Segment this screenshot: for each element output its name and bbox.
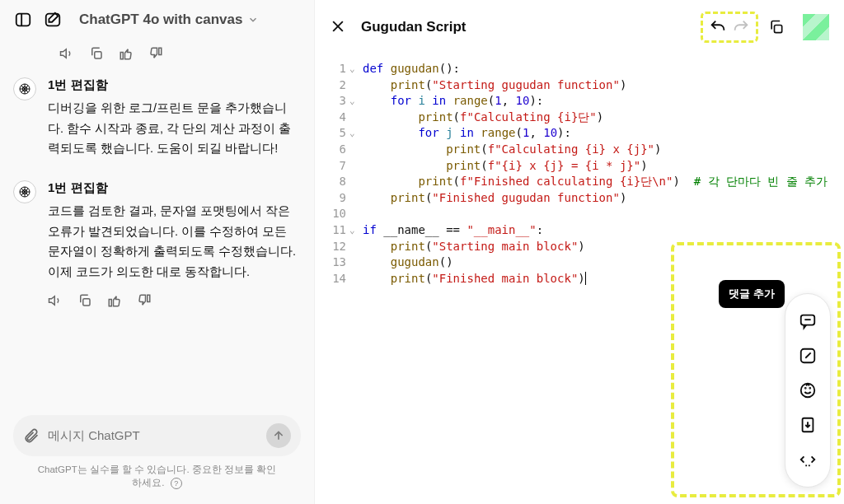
header: ChatGPT 4o with canvas — [0, 0, 314, 40]
comment-tool[interactable] — [790, 304, 825, 338]
code-line[interactable]: 10 — [325, 206, 844, 222]
svg-rect-0 — [16, 14, 30, 26]
read-aloud-icon[interactable] — [48, 293, 64, 310]
undo-button[interactable] — [706, 16, 729, 39]
sidebar-panel: ChatGPT 4o with canvas 1번 편집함 디버깅을 위한 로그… — [0, 0, 315, 504]
svg-point-20 — [809, 388, 810, 389]
sidebar-toggle-icon[interactable] — [13, 10, 33, 30]
svg-rect-4 — [95, 52, 101, 58]
message-actions — [0, 40, 314, 72]
thumbs-up-icon[interactable] — [119, 46, 135, 63]
canvas-header: Gugudan Script — [315, 0, 844, 54]
composer-box[interactable] — [13, 415, 301, 456]
code-line[interactable]: 3⌄ for i in range(1, 10): — [325, 93, 844, 110]
message-actions — [48, 282, 301, 310]
chevron-down-icon — [247, 14, 259, 26]
svg-rect-14 — [775, 26, 782, 33]
send-button[interactable] — [266, 423, 291, 448]
svg-rect-10 — [83, 299, 90, 306]
canvas-panel: Gugudan Script 1⌄def gugudan():2 print("… — [315, 0, 844, 504]
download-tool[interactable] — [790, 408, 825, 442]
message-list: 1번 편집함 디버깅을 위한 로그/프린트 문을 추가했습니다. 함수 시작과 … — [0, 72, 314, 405]
tooltip: 댓글 추가 — [719, 280, 785, 308]
thumbs-up-icon[interactable] — [107, 293, 124, 310]
model-label: ChatGPT 4o with canvas — [79, 12, 242, 28]
code-line[interactable]: 9 print("Finished gugudan function") — [325, 190, 844, 207]
code-line[interactable]: 13 gugudan() — [325, 254, 844, 271]
thumbs-down-icon[interactable] — [148, 46, 165, 63]
message-body: 디버깅을 위한 로그/프린트 문을 추가했습니다. 함수 시작과 종료, 각 단… — [48, 98, 301, 159]
message-title: 1번 편집함 — [48, 180, 301, 196]
copy-code-button[interactable] — [765, 16, 788, 39]
copy-icon[interactable] — [77, 293, 94, 310]
canvas-tools — [785, 293, 831, 488]
assistant-avatar — [13, 77, 36, 100]
edit-tool[interactable] — [790, 338, 825, 373]
svg-point-18 — [801, 384, 815, 398]
code-line[interactable]: 2 print("Starting gugudan function") — [325, 77, 844, 94]
canvas-title: Gugudan Script — [361, 19, 687, 35]
assistant-message: 1번 편집함 코드를 검토한 결과, 문자열 포맷팅에서 작은 오류가 발견되었… — [13, 175, 301, 310]
model-selector[interactable]: ChatGPT 4o with canvas — [79, 12, 259, 28]
code-editor[interactable]: 1⌄def gugudan():2 print("Starting guguda… — [315, 54, 844, 504]
assistant-message: 1번 편집함 디버깅을 위한 로그/프린트 문을 추가했습니다. 함수 시작과 … — [13, 72, 301, 159]
code-line[interactable]: 5⌄ for j in range(1, 10): — [325, 125, 844, 142]
avatar-square[interactable] — [803, 14, 829, 40]
attach-icon[interactable] — [23, 427, 40, 444]
code-line[interactable]: 7 print(f"{i} x {j} = {i * j}") — [325, 158, 844, 175]
new-chat-icon[interactable] — [43, 10, 63, 30]
svg-marker-3 — [61, 49, 67, 58]
copy-icon[interactable] — [89, 46, 106, 63]
assistant-avatar — [13, 180, 36, 203]
code-line[interactable]: 12 print("Starting main block") — [325, 239, 844, 255]
undo-redo-highlight — [701, 12, 758, 43]
code-line[interactable]: 1⌄def gugudan(): — [325, 61, 844, 77]
code-line[interactable]: 8 print(f"Finished calculating {i}단\n") … — [325, 174, 844, 190]
composer-input[interactable] — [48, 428, 258, 442]
svg-point-19 — [805, 388, 806, 389]
code-tool[interactable] — [790, 442, 825, 477]
message-body: 코드를 검토한 결과, 문자열 포맷팅에서 작은 오류가 발견되었습니다. 이를… — [48, 201, 301, 282]
composer: ChatGPT는 실수를 할 수 있습니다. 중요한 정보를 확인하세요. ? — [0, 405, 314, 504]
code-line[interactable]: 11⌄if __name__ == "__main__": — [325, 222, 844, 239]
info-icon[interactable]: ? — [171, 478, 182, 489]
disclaimer: ChatGPT는 실수를 할 수 있습니다. 중요한 정보를 확인하세요. ? — [13, 456, 301, 494]
close-icon[interactable] — [330, 18, 348, 36]
redo-button[interactable] — [729, 16, 753, 39]
code-line[interactable]: 6 print(f"Calculating {i} x {j}") — [325, 142, 844, 158]
message-title: 1번 편집함 — [48, 77, 301, 93]
thumbs-down-icon[interactable] — [137, 293, 153, 310]
read-aloud-icon[interactable] — [59, 46, 76, 63]
svg-marker-9 — [49, 296, 55, 306]
emoji-tool[interactable] — [790, 373, 825, 408]
code-line[interactable]: 4 print(f"Calculating {i}단") — [325, 110, 844, 126]
